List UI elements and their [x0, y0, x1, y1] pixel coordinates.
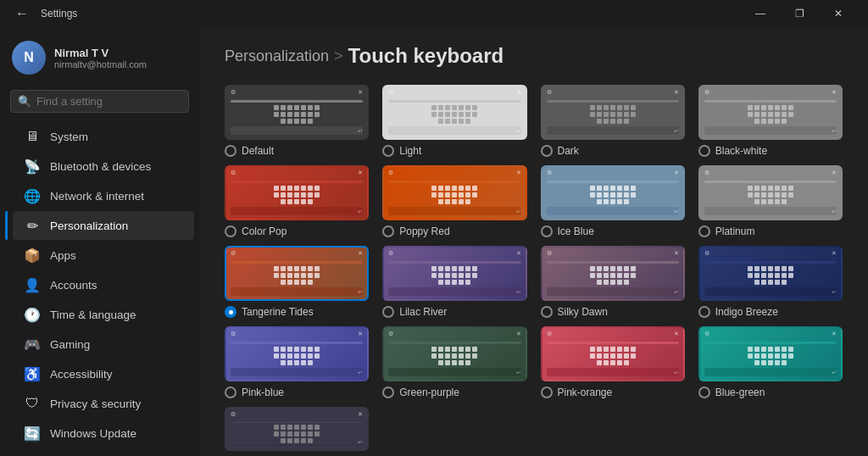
sidebar-item-label: Gaming [50, 338, 90, 351]
theme-label-tangerine-tides: Tangerine Tides [225, 306, 314, 318]
theme-thumbnail-light: ⚙✕↵ [382, 85, 526, 140]
theme-item-black-white[interactable]: ⚙✕↵Black-white [698, 85, 843, 157]
theme-label-green-purple: Green-purple [382, 386, 459, 398]
search-box[interactable]: 🔍 [10, 90, 189, 113]
back-button[interactable]: ← [10, 3, 34, 25]
theme-radio-dark[interactable] [541, 145, 553, 157]
time-icon: 🕐 [25, 307, 40, 322]
theme-item-indigo-breeze[interactable]: ⚙✕↵Indigo Breeze [698, 246, 843, 318]
user-profile[interactable]: N Nirmal T V nirmaltv@hotmail.com [0, 34, 199, 86]
sidebar-item-bluetooth[interactable]: 📡Bluetooth & devices [13, 152, 194, 181]
main-content: Personalization > Touch keyboard ⚙✕↵Defa… [199, 27, 868, 456]
theme-thumbnail-pink-blue: ⚙✕↵ [225, 326, 369, 381]
network-icon: 🌐 [25, 188, 40, 203]
minimize-button[interactable]: — [741, 0, 780, 27]
theme-label-silky-dawn: Silky Dawn [541, 306, 608, 318]
bluetooth-icon: 📡 [25, 158, 40, 174]
theme-thumbnail-green-purple: ⚙✕↵ [382, 326, 526, 381]
theme-label-ice-blue: Ice Blue [541, 225, 594, 237]
theme-radio-ice-blue[interactable] [541, 225, 553, 237]
theme-thumbnail-pink-orange: ⚙✕↵ [541, 326, 685, 381]
theme-item-extra[interactable]: ⚙✕↵ [225, 407, 369, 451]
sidebar-item-label: Apps [50, 249, 76, 262]
theme-radio-indigo-breeze[interactable] [698, 306, 710, 318]
theme-item-green-purple[interactable]: ⚙✕↵Green-purple [382, 326, 526, 398]
sidebar-item-label: Windows Update [50, 427, 136, 440]
themes-grid: ⚙✕↵Default⚙✕↵Light⚙✕↵Dark⚙✕↵Black-white⚙… [225, 85, 843, 451]
theme-thumbnail-poppy-red: ⚙✕↵ [382, 165, 526, 220]
sidebar-item-privacy[interactable]: 🛡Privacy & security [13, 389, 194, 418]
privacy-icon: 🛡 [25, 396, 40, 411]
theme-thumbnail-dark: ⚙✕↵ [541, 85, 685, 140]
search-input[interactable] [36, 95, 181, 108]
theme-thumbnail-extra: ⚙✕↵ [225, 407, 369, 451]
sidebar-item-label: Privacy & security [50, 398, 141, 410]
theme-thumbnail-platinum: ⚙✕↵ [698, 165, 843, 220]
theme-label-poppy-red: Poppy Red [382, 225, 449, 237]
theme-item-silky-dawn[interactable]: ⚙✕↵Silky Dawn [541, 246, 685, 318]
avatar: N [12, 41, 46, 75]
windows-update-icon: 🔄 [25, 425, 40, 441]
theme-radio-color-pop[interactable] [225, 225, 236, 237]
theme-radio-pink-blue[interactable] [225, 386, 236, 398]
sidebar-item-system[interactable]: 🖥System [13, 122, 194, 151]
sidebar-item-windows-update[interactable]: 🔄Windows Update [13, 419, 194, 448]
page-header: Personalization > Touch keyboard [225, 44, 843, 68]
theme-item-poppy-red[interactable]: ⚙✕↵Poppy Red [382, 165, 526, 237]
theme-radio-black-white[interactable] [698, 145, 710, 157]
theme-thumbnail-silky-dawn: ⚙✕↵ [541, 246, 685, 301]
user-name: Nirmal T V [54, 47, 147, 59]
theme-radio-light[interactable] [382, 145, 394, 157]
theme-item-blue-green[interactable]: ⚙✕↵Blue-green [698, 326, 843, 398]
theme-thumbnail-tangerine-tides: ⚙✕↵ [225, 246, 369, 301]
theme-item-light[interactable]: ⚙✕↵Light [382, 85, 526, 157]
theme-thumbnail-black-white: ⚙✕↵ [698, 85, 843, 140]
theme-radio-tangerine-tides[interactable] [225, 306, 236, 318]
page-title: Touch keyboard [348, 44, 504, 68]
theme-radio-blue-green[interactable] [698, 386, 710, 398]
theme-item-pink-orange[interactable]: ⚙✕↵Pink-orange [541, 326, 685, 398]
theme-label-indigo-breeze: Indigo Breeze [698, 306, 778, 318]
app-body: N Nirmal T V nirmaltv@hotmail.com 🔍 🖥Sys… [0, 27, 868, 456]
theme-item-ice-blue[interactable]: ⚙✕↵Ice Blue [541, 165, 685, 237]
sidebar-item-personalization[interactable]: ✏Personalization [13, 211, 194, 240]
theme-item-default[interactable]: ⚙✕↵Default [225, 85, 369, 157]
theme-label-dark: Dark [541, 145, 579, 157]
theme-radio-platinum[interactable] [698, 225, 710, 237]
theme-item-pink-blue[interactable]: ⚙✕↵Pink-blue [225, 326, 369, 398]
theme-label-light: Light [382, 145, 421, 157]
accounts-icon: 👤 [25, 277, 40, 292]
theme-radio-lilac-river[interactable] [382, 306, 394, 318]
sidebar-item-label: Personalization [50, 220, 128, 232]
nav-list: 🖥System📡Bluetooth & devices🌐Network & in… [0, 121, 199, 448]
breadcrumb: Personalization > Touch keyboard [225, 44, 843, 68]
sidebar-item-time[interactable]: 🕐Time & language [13, 300, 194, 329]
theme-radio-silky-dawn[interactable] [541, 306, 553, 318]
sidebar-item-network[interactable]: 🌐Network & internet [13, 181, 194, 210]
sidebar-item-gaming[interactable]: 🎮Gaming [13, 330, 194, 359]
theme-radio-green-purple[interactable] [382, 386, 394, 398]
sidebar-item-label: Accounts [50, 279, 97, 292]
app-title: Settings [41, 8, 77, 19]
theme-radio-default[interactable] [225, 145, 236, 157]
theme-item-dark[interactable]: ⚙✕↵Dark [541, 85, 685, 157]
theme-item-platinum[interactable]: ⚙✕↵Platinum [698, 165, 843, 237]
theme-item-lilac-river[interactable]: ⚙✕↵Lilac River [382, 246, 526, 318]
sidebar-item-apps[interactable]: 📦Apps [13, 241, 194, 270]
sidebar-item-accessibility[interactable]: ♿Accessibility [13, 359, 194, 388]
theme-radio-pink-orange[interactable] [541, 386, 553, 398]
theme-item-color-pop[interactable]: ⚙✕↵Color Pop [225, 165, 369, 237]
breadcrumb-parent: Personalization [225, 47, 329, 65]
close-button[interactable]: ✕ [819, 0, 858, 27]
theme-label-lilac-river: Lilac River [382, 306, 447, 318]
theme-item-tangerine-tides[interactable]: ⚙✕↵Tangerine Tides [225, 246, 369, 318]
maximize-button[interactable]: ❐ [780, 0, 819, 27]
sidebar-item-accounts[interactable]: 👤Accounts [13, 270, 194, 299]
theme-radio-poppy-red[interactable] [382, 225, 394, 237]
theme-label-platinum: Platinum [698, 225, 755, 237]
sidebar-item-label: Accessibility [50, 368, 113, 381]
accessibility-icon: ♿ [25, 366, 40, 381]
theme-label-default: Default [225, 145, 274, 157]
apps-icon: 📦 [25, 247, 40, 263]
theme-label-black-white: Black-white [698, 145, 767, 157]
